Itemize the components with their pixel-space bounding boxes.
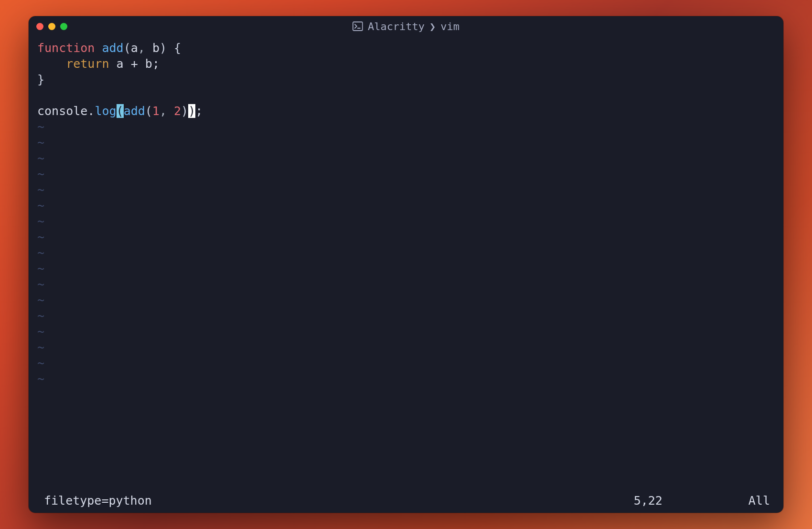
empty-line-tilde: ~: [37, 340, 44, 354]
empty-line-tilde: ~: [37, 151, 44, 165]
empty-line-tilde: ~: [37, 325, 44, 339]
matched-paren-open: (: [117, 104, 124, 118]
empty-line-tilde: ~: [37, 277, 44, 291]
titlebar: Alacritty ❯ vim: [29, 16, 783, 36]
status-view-percent: All: [748, 494, 770, 508]
empty-line-tilde: ~: [37, 183, 44, 197]
terminal-window: Alacritty ❯ vim function add(a, b) { ret…: [29, 16, 783, 513]
code-line-1: function add(a, b) {: [37, 41, 181, 55]
close-button[interactable]: [36, 23, 43, 30]
maximize-button[interactable]: [60, 23, 67, 30]
editor-area[interactable]: function add(a, b) { return a + b; } con…: [29, 36, 783, 493]
status-cursor-pos: 5,22: [634, 494, 662, 508]
empty-line-tilde: ~: [37, 167, 44, 181]
empty-line-tilde: ~: [37, 309, 44, 323]
title-separator: ❯: [429, 21, 436, 32]
terminal-icon: [353, 21, 363, 31]
empty-line-tilde: ~: [37, 293, 44, 307]
title-context: vim: [440, 21, 459, 32]
cursor-paren-close: ): [188, 104, 195, 118]
empty-line-tilde: ~: [37, 372, 44, 386]
code-line-3: }: [37, 73, 44, 86]
empty-line-tilde: ~: [37, 214, 44, 228]
empty-line-tilde: ~: [37, 120, 44, 134]
title-app: Alacritty: [368, 21, 425, 32]
empty-line-tilde: ~: [37, 356, 44, 370]
code-line-5: console.log(add(1, 2));: [37, 104, 203, 118]
empty-lines: ~ ~ ~ ~ ~ ~ ~ ~ ~ ~ ~ ~ ~ ~ ~ ~ ~: [37, 120, 44, 386]
empty-line-tilde: ~: [37, 262, 44, 275]
traffic-lights: [36, 23, 67, 30]
empty-line-tilde: ~: [37, 136, 44, 149]
code-line-2: return a + b;: [37, 57, 160, 71]
status-bar: filetype=python 5,22 All: [29, 493, 783, 513]
empty-line-tilde: ~: [37, 246, 44, 260]
status-filetype: filetype=python: [44, 494, 152, 508]
empty-line-tilde: ~: [37, 230, 44, 244]
minimize-button[interactable]: [48, 23, 55, 30]
empty-line-tilde: ~: [37, 199, 44, 212]
window-title: Alacritty ❯ vim: [353, 21, 459, 32]
svg-rect-0: [353, 22, 363, 31]
